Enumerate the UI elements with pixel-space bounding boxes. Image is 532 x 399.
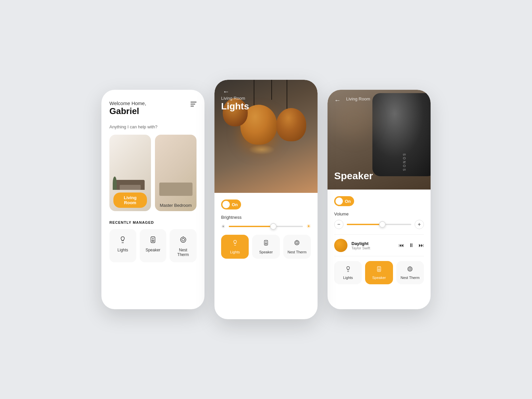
toggle-row-phone3: On: [334, 196, 424, 206]
wire-1: [254, 80, 254, 106]
album-art: [334, 239, 347, 252]
track-info: Daylight Taylor Swift: [351, 241, 395, 250]
svg-point-5: [182, 238, 185, 241]
svg-point-16: [378, 269, 380, 270]
svg-point-3: [153, 238, 153, 239]
toggle-knob-phone3: [335, 198, 343, 205]
svg-point-11: [295, 240, 299, 245]
tab-lights-phone2[interactable]: Lights: [221, 235, 249, 259]
phone-home: Welcome Home, Gabriel Anything I can hel…: [101, 90, 204, 309]
master-bedroom-text: Master Bedroom: [159, 203, 193, 208]
tab-speaker-label: Speaker: [259, 250, 273, 254]
room-label-phone2: Living Room: [221, 96, 245, 101]
volume-slider[interactable]: [347, 224, 411, 225]
brightness-fill: [229, 226, 273, 227]
brightness-label: Brightness: [221, 215, 311, 220]
svg-point-17: [379, 268, 379, 268]
room-label-phone3: Living Room: [346, 96, 370, 101]
nest-icon-tab: [294, 239, 300, 247]
lamp-icon: [117, 234, 128, 245]
device-card-lights[interactable]: Lights: [109, 229, 136, 262]
wire-3: [287, 80, 287, 110]
master-bedroom-card[interactable]: Master Bedroom: [155, 135, 197, 211]
speaker-controls: On Volume − + Daylight Taylor: [328, 190, 431, 292]
svg-point-18: [408, 267, 412, 271]
recently-managed-title: RECENTLY MANAGED: [109, 220, 197, 224]
brightness-slider-row: ☀ ☀: [221, 223, 311, 229]
svg-point-10: [266, 241, 266, 242]
tab-nest-phone3[interactable]: Nest Therm: [396, 261, 424, 284]
volume-row: − +: [334, 220, 424, 229]
rooms-row: Living Room Master Bedroom: [109, 135, 197, 211]
track-name: Daylight: [351, 241, 395, 246]
device-name-speaker: Speaker: [146, 248, 161, 252]
welcome-section: Welcome Home, Gabriel: [109, 100, 146, 116]
tab-speaker-label-p3: Speaker: [372, 276, 386, 280]
skip-back-button[interactable]: ⏮: [399, 242, 404, 248]
back-button-phone3[interactable]: ←: [334, 96, 341, 104]
brightness-min-icon: ☀: [221, 224, 225, 229]
speaker-icon-tab-p3: [376, 266, 382, 274]
speaker-hero-image: SONOS ← Living Room Speaker: [328, 90, 431, 190]
device-card-speaker[interactable]: Speaker: [140, 229, 167, 262]
power-toggle-phone3[interactable]: On: [334, 196, 354, 206]
power-toggle[interactable]: On: [221, 200, 241, 209]
tab-lights-phone3[interactable]: Lights: [334, 261, 362, 284]
speaker-icon: [148, 234, 158, 245]
tab-speaker-phone2[interactable]: Speaker: [252, 235, 280, 259]
svg-point-19: [409, 268, 411, 270]
menu-icon[interactable]: [191, 100, 197, 106]
tab-nest-phone2[interactable]: Nest Therm: [283, 235, 311, 259]
pendant-right: [276, 108, 306, 141]
master-bedroom-label: Master Bedroom: [155, 200, 197, 211]
sofa-decoration: [116, 180, 145, 190]
volume-increase-button[interactable]: +: [415, 220, 424, 229]
speaker-icon-tab: [263, 239, 269, 247]
phone-speaker: SONOS ← Living Room Speaker On Volume −: [328, 90, 431, 309]
volume-section: Volume − +: [334, 211, 424, 229]
welcome-text: Welcome Home,: [109, 100, 146, 106]
device-tabs-phone2: Lights Speaker: [221, 235, 311, 259]
tab-lights-label: Lights: [230, 250, 240, 254]
brightness-thumb[interactable]: [270, 223, 277, 230]
lights-controls: On Brightness ☀ ☀: [214, 193, 318, 267]
volume-decrease-button[interactable]: −: [334, 220, 343, 229]
living-room-button[interactable]: Living Room: [113, 193, 147, 208]
back-arrow-icon: ←: [223, 88, 229, 95]
ambient-glow: [334, 100, 374, 140]
lamp-icon-tab-p3: [345, 266, 351, 274]
brightness-section: Brightness ☀ ☀: [221, 215, 311, 229]
sonos-speaker-body: SONOS: [372, 93, 431, 176]
skip-forward-button[interactable]: ⏭: [419, 242, 424, 248]
device-name-lights: Lights: [117, 248, 128, 252]
device-tabs-phone3: Lights Speaker: [334, 261, 424, 284]
device-name-nest: Nest Therm: [173, 248, 193, 257]
living-room-card[interactable]: Living Room: [109, 135, 151, 211]
volume-fill: [347, 224, 382, 225]
toggle-label-phone3: On: [345, 199, 351, 204]
svg-point-2: [152, 240, 154, 242]
living-room-label: Living Room: [109, 189, 151, 211]
tab-nest-label-p3: Nest Therm: [401, 276, 420, 280]
back-button-phone2[interactable]: ←: [221, 86, 231, 96]
toggle-knob: [222, 201, 230, 208]
lamp-icon-tab: [232, 239, 238, 247]
glow-center: [248, 145, 275, 155]
brightness-max-icon: ☀: [306, 223, 311, 229]
volume-thumb[interactable]: [379, 221, 386, 228]
tab-lights-label-p3: Lights: [343, 276, 353, 280]
lights-hero-image: ← Living Room Lights: [214, 80, 318, 193]
device-card-nest[interactable]: Nest Therm: [170, 229, 197, 262]
toggle-row: On: [221, 200, 311, 209]
plant-decoration: [113, 177, 117, 190]
pause-button[interactable]: ⏸: [409, 242, 414, 248]
now-playing: Daylight Taylor Swift ⏮ ⏸ ⏭: [334, 234, 424, 256]
svg-point-4: [181, 237, 186, 242]
playback-controls: ⏮ ⏸ ⏭: [399, 242, 424, 248]
brightness-slider[interactable]: [229, 226, 303, 227]
track-artist: Taylor Swift: [351, 246, 395, 250]
tab-speaker-phone3[interactable]: Speaker: [365, 261, 393, 284]
nest-icon: [178, 234, 189, 245]
tab-nest-label: Nest Therm: [288, 250, 307, 254]
svg-point-9: [265, 243, 267, 244]
